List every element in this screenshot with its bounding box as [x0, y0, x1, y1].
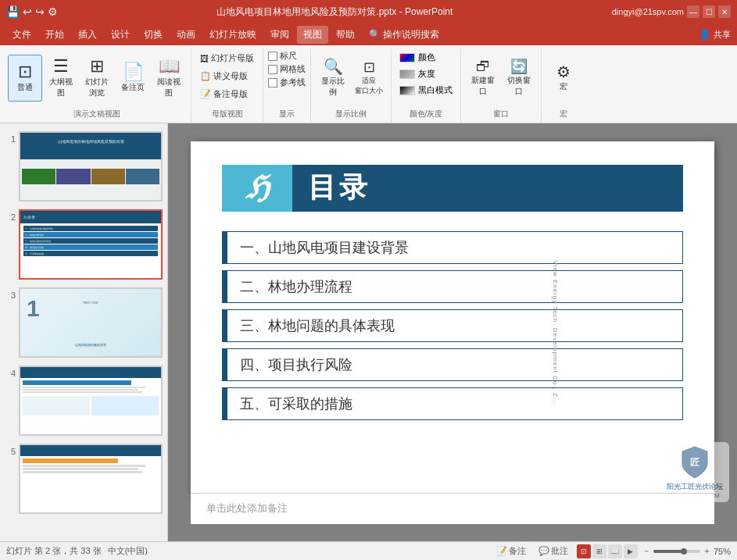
gridlines-checkbox[interactable]: 网格线: [268, 63, 306, 75]
fit-window-label: 适应窗口大小: [355, 76, 383, 96]
grayscale-mode-label: 灰度: [418, 68, 435, 80]
menu-slideshow[interactable]: 幻灯片放映: [203, 26, 263, 44]
slidesorter-view-label: 幻灯片浏览: [82, 77, 112, 98]
slide-thumb-5[interactable]: 5: [3, 442, 164, 515]
menu-search[interactable]: 🔍 操作说明搜索: [363, 26, 445, 44]
new-window-button[interactable]: 🗗 新建窗口: [466, 55, 500, 102]
close-button[interactable]: ✕: [718, 5, 731, 18]
slide-panel[interactable]: 1 山地风电项目林地用地风险及预防对策 2 ℌ: [0, 123, 168, 541]
zoom-control[interactable]: － ＋ 75%: [642, 545, 731, 557]
view-reading-button[interactable]: 📖 阅读视图: [152, 54, 186, 102]
slide-preview-3[interactable]: 1 PART ONE 山地风电项目建设背景: [19, 287, 163, 358]
menu-review[interactable]: 审阅: [264, 26, 295, 44]
view-normal-button[interactable]: ⊡ 普通: [8, 55, 42, 102]
slide-preview-4[interactable]: [19, 366, 163, 436]
switch-window-button[interactable]: 🔄 切换窗口: [502, 55, 536, 102]
handout-master-button[interactable]: 📋 讲义母版: [196, 68, 258, 84]
menu-bar: 文件 开始 插入 设计 切换 动画 幻灯片放映 审阅 视图 帮助 🔍 操作说明搜…: [0, 23, 737, 45]
settings-icon[interactable]: ⚙: [48, 5, 58, 18]
toc-item-1[interactable]: 一、山地风电项目建设背景: [222, 231, 683, 264]
slide-thumb-4[interactable]: 4: [3, 364, 164, 437]
view-outline-button[interactable]: ☰ 大纲视图: [44, 54, 78, 102]
ribbon-group-master-views: 🖼 幻灯片母版 📋 讲义母版 📝 备注母版 母版视图: [191, 48, 263, 123]
slide-thumb-3[interactable]: 3 1 PART ONE 山地风电项目建设背景: [3, 286, 164, 359]
toc-item-2[interactable]: 二、林地办理流程: [222, 270, 683, 303]
maximize-button[interactable]: ☐: [703, 5, 715, 18]
macro-button[interactable]: ⚙ 宏: [546, 55, 581, 102]
slide-thumb-1[interactable]: 1 山地风电项目林地用地风险及预防对策: [3, 130, 164, 203]
menu-transitions[interactable]: 切换: [138, 26, 169, 44]
slide-preview-1[interactable]: 山地风电项目林地用地风险及预防对策: [19, 131, 163, 202]
view-slidesorter-button[interactable]: ⊞ 幻灯片浏览: [80, 54, 114, 102]
group-label-master: 母版视图: [196, 106, 258, 121]
notes-icon: 📝: [496, 546, 507, 556]
zoom-out-icon[interactable]: －: [642, 545, 651, 557]
slide-number-2: 2: [5, 209, 16, 222]
bw-mode-label: 黑白模式: [418, 84, 453, 96]
save-icon[interactable]: 💾: [6, 5, 20, 18]
macro-buttons: ⚙ 宏: [546, 50, 581, 106]
toc-item-text-2: 二、林地办理流程: [227, 277, 365, 296]
notes-master-button[interactable]: 📝 备注母版: [196, 86, 258, 102]
guides-label: 参考线: [280, 77, 306, 88]
toc-item-5[interactable]: 五、可采取的措施: [222, 387, 683, 420]
toc-item-4[interactable]: 四、项目执行风险: [222, 348, 683, 381]
share-label[interactable]: 共享: [714, 29, 731, 41]
ribbon-group-macro: ⚙ 宏 宏: [542, 48, 585, 123]
menu-insert[interactable]: 插入: [72, 26, 103, 44]
presentation-view-buttons: ⊡ 普通 ☰ 大纲视图 ⊞ 幻灯片浏览 📄 备注页 📖 阅读视图: [8, 50, 186, 106]
slide2-header-logo: ℌ 目录: [23, 215, 35, 219]
slide-master-button[interactable]: 🖼 幻灯片母版: [196, 50, 258, 66]
bw-mode-button[interactable]: 黑白模式: [396, 83, 456, 98]
group-label-zoom: 显示比例: [316, 106, 386, 121]
handout-master-label: 讲义母版: [213, 70, 248, 82]
menu-animations[interactable]: 动画: [170, 26, 202, 44]
grayscale-mode-button[interactable]: 灰度: [396, 66, 456, 81]
redo-icon[interactable]: ↪: [35, 5, 45, 18]
group-label-show: 显示: [268, 106, 306, 121]
fit-window-button[interactable]: ⊡ 适应窗口大小: [352, 55, 386, 102]
zoom-slider[interactable]: [653, 550, 700, 553]
color-mode-button[interactable]: 颜色: [396, 50, 456, 65]
menu-file[interactable]: 文件: [6, 26, 38, 44]
outline-view-icon: ☰: [53, 58, 69, 75]
guides-checkbox[interactable]: 参考线: [268, 77, 306, 88]
slideshow-view-icon-btn[interactable]: ▶: [624, 544, 638, 558]
minimize-button[interactable]: —: [687, 5, 699, 18]
slide3-subtitle: 山地风电项目建设背景: [20, 337, 161, 348]
zoom-in-icon[interactable]: ＋: [703, 545, 711, 557]
ruler-checkbox-box: [268, 52, 277, 61]
slide-number-3: 3: [5, 287, 16, 300]
bw-swatch: [399, 86, 415, 95]
fit-window-icon: ⊡: [363, 60, 375, 74]
slide-canvas[interactable]: ℌ 目录 一、山地风电项目建设背景 二、林地办理流程: [191, 141, 714, 493]
toc-item-3[interactable]: 三、林地问题的具体表现: [222, 309, 683, 342]
main-area: 1 山地风电项目林地用地风险及预防对策 2 ℌ: [0, 123, 737, 541]
menu-help[interactable]: 帮助: [330, 26, 361, 44]
slide-preview-5[interactable]: [19, 444, 163, 514]
ribbon-group-zoom: 🔍 显示比例 ⊡ 适应窗口大小 显示比例: [311, 48, 392, 123]
new-window-label: 新建窗口: [468, 75, 498, 97]
ruler-checkbox[interactable]: 标尺: [268, 50, 306, 62]
toc-item-text-3: 三、林地问题的具体表现: [227, 316, 407, 335]
reading-view-icon-btn[interactable]: 📖: [608, 544, 622, 558]
normal-view-icon-btn[interactable]: ⊡: [577, 544, 591, 558]
menu-design[interactable]: 设计: [105, 26, 136, 44]
notes-area[interactable]: 单击此处添加备注: [191, 493, 714, 524]
slidesorter-view-icon-btn[interactable]: ⊞: [592, 544, 606, 558]
vertical-side-text: View Energy Tech. Development Co., Z...: [552, 260, 559, 405]
menu-view[interactable]: 视图: [297, 26, 328, 44]
notes-master-label: 备注母版: [213, 88, 248, 100]
view-notes-button[interactable]: 📄 备注页: [116, 55, 150, 102]
share-icon: 👤: [699, 29, 710, 40]
slide-master-label: 幻灯片母版: [211, 52, 254, 64]
undo-icon[interactable]: ↩: [23, 5, 32, 18]
menu-home[interactable]: 开始: [39, 26, 70, 44]
toc-title-box: 目录: [292, 165, 683, 212]
zoom-button[interactable]: 🔍 显示比例: [316, 55, 350, 102]
slide-preview-2[interactable]: ℌ 目录 一、山地风电项目建设背景 二、林地办理流程 三、林地问题的具体表现 四…: [19, 209, 163, 280]
notes-toggle-button[interactable]: 📝 备注: [492, 544, 530, 558]
user-email: dingyi@21spv.com: [612, 7, 684, 16]
comments-toggle-button[interactable]: 💬 批注: [535, 544, 572, 558]
slide-thumb-2[interactable]: 2 ℌ 目录 一、山地风电项目建设背景 二、林地办理流程 三、林地问题的具体表现…: [3, 208, 164, 281]
